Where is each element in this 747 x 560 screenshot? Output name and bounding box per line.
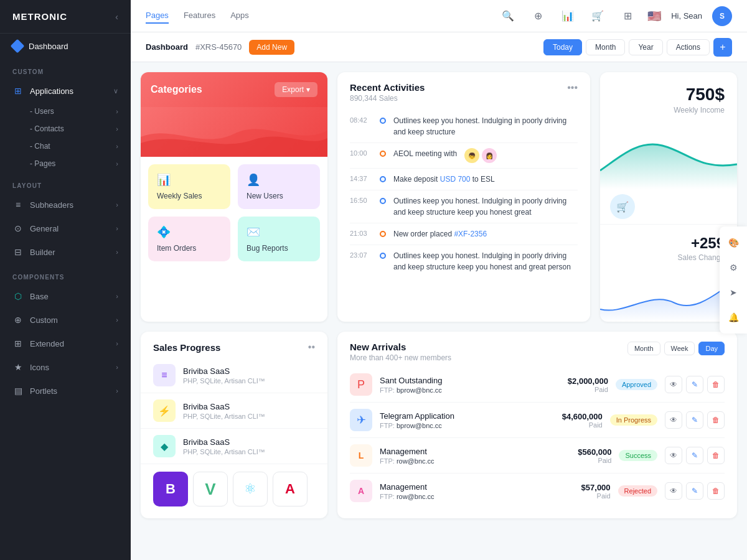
main-content: Pages Features Apps 🔍 ⊕ 📊 🛒 ⊞ 🇺🇸 Hi, Sea… <box>131 0 747 560</box>
arrival-view-btn-1[interactable]: 👁 <box>665 376 682 393</box>
category-item-orders[interactable]: 💠 Item Orders <box>148 217 230 261</box>
categories-title: Categories <box>151 84 202 95</box>
arrivals-tab-month[interactable]: Month <box>627 342 660 355</box>
sidebar-item-pages[interactable]: - Pages › <box>30 155 131 172</box>
language-flag[interactable]: 🇺🇸 <box>647 9 661 23</box>
sidebar-item-chat[interactable]: - Chat › <box>30 138 131 155</box>
sidebar-item-builder[interactable]: ⊟ Builder › <box>0 240 131 264</box>
bootstrap-icon[interactable]: B <box>153 472 188 506</box>
search-icon[interactable]: 🔍 <box>498 6 518 26</box>
arrival-row-2: ✈ Telegram Application FTP: bprow@bnc.cc… <box>350 403 725 438</box>
contacts-chevron: › <box>116 125 118 133</box>
arrivals-tab-day[interactable]: Day <box>698 342 725 355</box>
arrival-edit-btn-2[interactable]: ✎ <box>686 411 703 429</box>
arrivals-header: New Arrivals More than 400+ new members … <box>337 332 737 367</box>
arrival-price-3: $560,000 <box>555 447 611 457</box>
sidebar-item-applications[interactable]: ⊞ Applications ∨ <box>0 79 131 103</box>
arrivals-table: P Sant Outstanding FTP: bprow@bnc.cc $2,… <box>337 367 737 518</box>
arrival-ftp-2: FTP: bprow@bnc.cc <box>380 422 454 429</box>
sidebar-item-contacts[interactable]: - Contacts › <box>30 120 131 138</box>
angular-icon[interactable]: A <box>273 472 308 506</box>
network-icon[interactable]: ⊕ <box>528 6 548 26</box>
activity-time-1: 08:42 <box>350 116 372 124</box>
arrival-info-3: Management FTP: row@bnc.cc <box>380 447 435 465</box>
activity-item-5: 21:03 New order placed #XF-2356 <box>350 223 578 245</box>
right-icon-send[interactable]: ➤ <box>725 284 742 301</box>
arrival-view-btn-3[interactable]: 👁 <box>665 447 682 464</box>
general-icon: ⊙ <box>12 223 24 234</box>
sidebar-item-portlets[interactable]: ▤ Portlets › <box>0 379 131 403</box>
user-avatar[interactable]: S <box>712 6 732 26</box>
arrival-actions-2: 👁 ✎ 🗑 <box>665 411 725 429</box>
chart-icon[interactable]: 📊 <box>558 6 578 26</box>
sidebar-item-dashboard[interactable]: Dashboard <box>0 34 131 58</box>
sales-item-1: ≡ Briviba SaaS PHP, SQLite, Artisan CLI™ <box>141 358 327 393</box>
react-icon[interactable]: ⚛ <box>233 472 268 506</box>
income-chart <box>600 121 737 189</box>
sidebar-item-icons[interactable]: ★ Icons › <box>0 355 131 379</box>
sidebar-item-extended[interactable]: ⊞ Extended › <box>0 332 131 355</box>
item-orders-icon: 💠 <box>157 225 222 239</box>
right-icon-settings[interactable]: ⚙ <box>725 259 742 276</box>
sidebar-item-subheaders[interactable]: ≡ Subheaders › <box>0 193 131 217</box>
arrival-edit-btn-1[interactable]: ✎ <box>686 376 703 393</box>
arrivals-tab-week[interactable]: Week <box>664 342 695 355</box>
year-button[interactable]: Year <box>629 39 662 55</box>
arrival-paid-3: Paid <box>555 457 611 464</box>
activity-dot-2 <box>380 151 386 157</box>
arrival-ftp-3: FTP: row@bnc.cc <box>380 457 435 465</box>
sidebar-item-custom[interactable]: ⊕ Custom › <box>0 308 131 332</box>
activities-menu-icon[interactable]: ••• <box>567 82 578 93</box>
applications-submenu: - Users › - Contacts › - Chat › - Pages … <box>0 103 131 172</box>
category-weekly-sales[interactable]: 📊 Weekly Sales <box>148 164 230 209</box>
breadcrumb-dashboard: Dashboard <box>146 42 188 52</box>
category-new-users[interactable]: 👤 New Users <box>238 164 320 209</box>
chat-label: - Chat <box>30 142 50 151</box>
nav-tab-features[interactable]: Features <box>184 8 215 24</box>
breadcrumb-right: Today Month Year Actions + <box>543 38 732 57</box>
contacts-label: - Contacts <box>30 124 64 133</box>
users-label: - Users <box>30 107 54 116</box>
nav-tab-pages[interactable]: Pages <box>146 8 169 24</box>
sidebar-item-users[interactable]: - Users › <box>30 103 131 120</box>
arrival-delete-btn-4[interactable]: 🗑 <box>707 482 725 500</box>
right-icon-bell[interactable]: 🔔 <box>725 309 742 326</box>
export-button[interactable]: Export ▾ <box>275 82 317 97</box>
sidebar-item-general[interactable]: ⊙ General › <box>0 217 131 240</box>
arrival-edit-btn-3[interactable]: ✎ <box>686 447 703 464</box>
arrival-view-btn-2[interactable]: 👁 <box>665 411 682 429</box>
applications-icon: ⊞ <box>12 85 24 96</box>
sidebar-collapse-icon[interactable]: ‹ <box>115 12 118 22</box>
right-icon-palette[interactable]: 🎨 <box>725 234 742 251</box>
vue-icon[interactable]: V <box>193 472 228 506</box>
add-new-button[interactable]: Add New <box>249 40 294 55</box>
sales-menu-icon[interactable]: •• <box>308 342 315 353</box>
app-logo: METRONIC <box>12 11 67 22</box>
arrival-delete-btn-1[interactable]: 🗑 <box>707 376 725 393</box>
arrival-paid-1: Paid <box>552 386 608 393</box>
actions-button[interactable]: Actions <box>667 39 710 55</box>
add-button[interactable]: + <box>713 38 732 57</box>
breadcrumb-left: Dashboard #XRS-45670 Add New <box>146 40 294 55</box>
arrival-actions-1: 👁 ✎ 🗑 <box>665 376 725 393</box>
category-bug-reports[interactable]: ✉️ Bug Reports <box>238 217 320 261</box>
base-label: Base <box>30 292 49 301</box>
nav-tab-apps[interactable]: Apps <box>230 8 249 24</box>
cart-icon[interactable]: 🛒 <box>588 6 608 26</box>
today-button[interactable]: Today <box>543 39 582 55</box>
arrival-icon-1: P <box>350 373 372 396</box>
categories-header: Categories Export ▾ <box>141 72 327 107</box>
dashboard-label: Dashboard <box>29 42 68 51</box>
sidebar-item-base[interactable]: ⬡ Base › <box>0 284 131 308</box>
arrival-view-btn-4[interactable]: 👁 <box>665 482 682 500</box>
grid-icon[interactable]: ⊞ <box>618 6 637 26</box>
income-top: 750$ Weekly Income <box>600 72 737 121</box>
activity-text-6: Outlines keep you honest. Indulging in p… <box>393 250 578 273</box>
arrival-edit-btn-4[interactable]: ✎ <box>686 482 703 500</box>
month-button[interactable]: Month <box>586 39 625 55</box>
arrival-delete-btn-2[interactable]: 🗑 <box>707 411 725 429</box>
arrival-delete-btn-3[interactable]: 🗑 <box>707 447 725 464</box>
new-arrivals-card: New Arrivals More than 400+ new members … <box>337 332 737 518</box>
sales-name-2: Briviba SaaS <box>183 402 265 411</box>
income-icon-row: 🛒 <box>600 189 737 224</box>
